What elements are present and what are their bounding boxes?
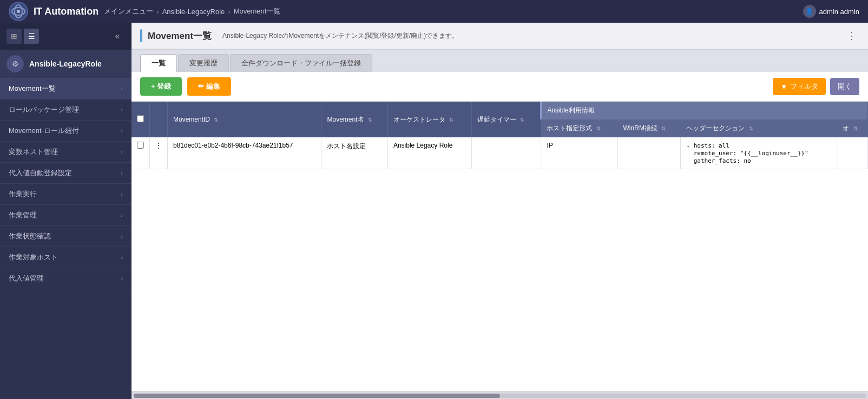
chevron-right-icon-3: › [121,149,123,155]
sort-icon-extra: ⇅ [853,125,858,131]
row-menu-0[interactable]: ⋮ [150,137,168,169]
col-header-menu [150,102,168,137]
filter-icon: ▼ [780,83,787,91]
page-title: Movement一覧 [148,30,212,42]
sidebar-collapse-btn[interactable]: « [110,29,125,44]
sort-icon-movement-name: ⇅ [368,117,372,123]
sidebar-item-label-8: 作業対象ホスト [9,252,58,262]
breadcrumb-item-movement: Movement一覧 [234,6,281,16]
chevron-right-icon-7: › [121,233,123,240]
register-button[interactable]: + 登録 [140,77,182,96]
col-label-movement-id: MovementID [173,116,210,123]
sidebar-item-work-exec[interactable]: 作業実行 › [0,184,131,205]
table-header-row-1: MovementID ⇅ Movement名 ⇅ オーケストレータ ⇅ 遅延 [131,102,868,119]
col-header-header-section[interactable]: ヘッダーセクション ⇅ [681,119,837,137]
col-header-extra[interactable]: オ ⇅ [837,119,868,137]
sidebar-item-work-mgmt[interactable]: 作業管理 › [0,205,131,226]
action-bar-left: + 登録 ✏ 編集 [140,77,231,96]
main-layout: ⊞ ☰ « ⚙ Ansible-LegacyRole Movement一覧 › … [0,23,868,399]
col-header-delay-timer[interactable]: 遅延タイマー ⇅ [472,102,541,137]
sidebar-item-role-package[interactable]: ロールパッケージ管理 › [0,99,131,121]
tab-history-label: 変更履歴 [189,59,218,67]
page-title-bar [140,29,142,42]
sidebar-item-var-nest[interactable]: 変数ネスト管理 › [0,142,131,163]
sort-icon-header-section: ⇅ [749,125,753,131]
select-all-checkbox[interactable] [137,115,144,122]
breadcrumb-sep-1: › [156,8,159,16]
sort-icon-movement-id: ⇅ [214,117,218,123]
user-avatar: 👤 [803,5,816,18]
cell-movement-id-0: b81dec01-e0b2-4b6f-98cb-743ae21f1b57 [168,137,321,169]
filter-button[interactable]: ▼ フィルタ [773,78,826,95]
scrollbar-thumb[interactable] [134,394,500,398]
tabs-bar: 一覧 変更履歴 全件ダウンロード・ファイル一括登録 [131,50,868,72]
sidebar-item-auto-reg[interactable]: 代入値自動登録設定 › [0,163,131,184]
chevron-right-icon-2: › [121,128,123,134]
sidebar-item-movement-role[interactable]: Movement-ロール紐付 › [0,121,131,142]
svg-point-3 [17,10,20,13]
sidebar-list-btn[interactable]: ☰ [24,29,39,44]
breadcrumb-item-ansible[interactable]: Ansible-LegacyRole [162,8,225,16]
col-header-movement-id[interactable]: MovementID ⇅ [168,102,321,137]
chevron-right-icon-9: › [121,275,123,282]
sidebar-item-label-2: Movement-ロール紐付 [9,126,79,136]
sidebar-item-work-host[interactable]: 作業対象ホスト › [0,247,131,268]
cell-host-format-0: IP [541,137,617,169]
header-left: IT Automation メインメニュー › Ansible-LegacyRo… [9,2,280,21]
app-header: IT Automation メインメニュー › Ansible-LegacyRo… [0,0,868,23]
sidebar-item-label-3: 変数ネスト管理 [9,147,58,157]
col-header-orchestrator[interactable]: オーケストレータ ⇅ [387,102,471,137]
page-title-area: Movement一覧 Ansible-Legacy RoleのMovementを… [140,29,458,42]
sidebar-item-movement-list[interactable]: Movement一覧 › [0,78,131,99]
chevron-right-icon-8: › [121,254,123,261]
table-body: ⋮ b81dec01-e0b2-4b6f-98cb-743ae21f1b57 ホ… [131,137,868,169]
data-table-container[interactable]: MovementID ⇅ Movement名 ⇅ オーケストレータ ⇅ 遅延 [131,102,868,391]
chevron-right-icon-1: › [121,107,123,113]
col-label-header-section: ヘッダーセクション [686,124,745,132]
table-row: ⋮ b81dec01-e0b2-4b6f-98cb-743ae21f1b57 ホ… [131,137,868,169]
col-header-winrm[interactable]: WinRM接続 ⇅ [617,119,681,137]
col-label-movement-name: Movement名 [327,116,364,123]
action-bar-right: ▼ フィルタ 開く [773,78,859,95]
tab-history[interactable]: 変更履歴 [178,54,229,72]
chevron-right-icon-0: › [121,85,123,92]
col-label-host-format: ホスト指定形式 [547,124,592,132]
user-area[interactable]: 👤 admin admin [803,5,859,18]
toolbar-menu-btn[interactable]: ⋮ [844,28,859,43]
col-label-extra: オ [843,124,849,132]
row-check-0[interactable] [131,137,150,169]
value-header-section-0: - hosts: all remote_user: "{{__loginuser… [686,142,808,164]
sidebar-grid-btn[interactable]: ⊞ [6,29,22,44]
chevron-right-icon-5: › [121,191,123,197]
breadcrumb-item-main[interactable]: メインメニュー [104,6,153,16]
col-header-host-format[interactable]: ホスト指定形式 ⇅ [541,119,617,137]
col-label-winrm: WinRM接続 [623,124,657,132]
scrollbar-track[interactable] [134,394,866,398]
sidebar-item-work-status[interactable]: 作業状態確認 › [0,226,131,247]
action-bar: + 登録 ✏ 編集 ▼ フィルタ 開く [131,72,868,102]
sort-icon-winrm: ⇅ [661,125,666,131]
open-button[interactable]: 開く [830,78,859,95]
tab-list[interactable]: 一覧 [140,54,177,72]
sort-icon-host-format: ⇅ [596,125,601,131]
col-header-ansible-info: Ansible利用情報 [541,102,868,119]
edit-button[interactable]: ✏ 編集 [187,77,231,96]
value-movement-name-0: ホスト名設定 [327,142,366,150]
row-menu-icon-0[interactable]: ⋮ [155,142,162,149]
chevron-right-icon-4: › [121,170,123,176]
sidebar-item-input-value[interactable]: 代入値管理 › [0,268,131,289]
main-toolbar: Movement一覧 Ansible-Legacy RoleのMovementを… [131,23,868,50]
cell-header-section-0: - hosts: all remote_user: "{{__loginuser… [681,137,837,169]
value-host-format-0: IP [547,142,553,149]
row-checkbox-0[interactable] [137,142,144,149]
col-header-movement-name[interactable]: Movement名 ⇅ [321,102,387,137]
col-label-delay-timer: 遅延タイマー [477,116,516,123]
sidebar-item-label-1: ロールパッケージ管理 [9,105,79,115]
data-table: MovementID ⇅ Movement名 ⇅ オーケストレータ ⇅ 遅延 [131,102,868,169]
tab-download[interactable]: 全件ダウンロード・ファイル一括登録 [230,54,372,72]
sidebar-header: ⊞ ☰ « [0,23,131,50]
horizontal-scrollbar[interactable] [131,391,868,399]
breadcrumb: メインメニュー › Ansible-LegacyRole › Movement一… [104,6,280,16]
cell-winrm-0 [617,137,681,169]
col-header-check [131,102,150,137]
